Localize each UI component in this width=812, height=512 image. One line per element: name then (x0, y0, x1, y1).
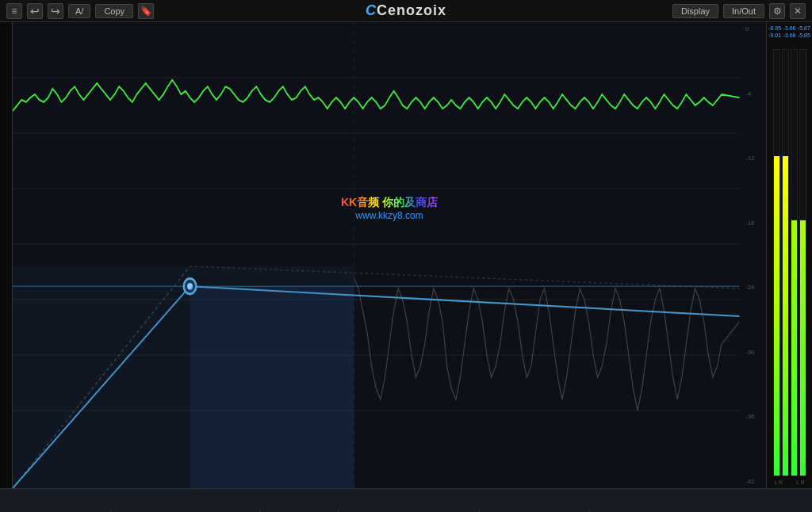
canvas-area[interactable]: 0 -4 -12 -18 -24 -30 -36 -42 KK音频 你的及商店 … (13, 22, 766, 488)
db-scale: 0 -4 -12 -18 -24 -30 -36 -42 (744, 22, 766, 488)
meter-val-2: -3.66 (783, 25, 796, 31)
meter-val-3: -5.87 (798, 25, 810, 31)
close-icon[interactable]: ✕ (790, 3, 806, 19)
bookmark-icon[interactable]: 🔖 (138, 3, 154, 19)
meter-bar-1-fill (774, 156, 779, 476)
meter-bar-2 (782, 49, 789, 476)
meter-bar-3 (791, 49, 798, 476)
app-title: CCenozoix (366, 2, 446, 19)
left-panel (0, 22, 13, 488)
ab-button[interactable]: A/ (68, 4, 90, 18)
meter-bar-4-fill (800, 220, 806, 476)
meter-bar-4 (799, 49, 806, 476)
menu-icon[interactable]: ≡ (6, 3, 22, 19)
copy-button[interactable]: Copy (95, 4, 133, 18)
settings-icon[interactable]: ⚙ (769, 3, 785, 19)
redo-button[interactable]: ↪ (48, 3, 63, 19)
right-meter: -8.95 -3.66 -5.87 -9.01 -3.68 -5.85 L (766, 22, 812, 488)
waveform-svg (13, 22, 766, 488)
bottom-controls: < Mastering > ----- FF 0.0% Peak/RMS FF/… (0, 488, 812, 512)
in-out-button[interactable]: In/Out (723, 4, 764, 18)
top-bar: ≡ ↩ ↪ A/ Copy 🔖 CCenozoix Display In/Out… (0, 0, 812, 22)
main-area: 0 -4 -12 -18 -24 -30 -36 -42 KK音频 你的及商店 … (0, 22, 812, 488)
meter-bar-1 (773, 49, 780, 476)
meter-label-lr1: L R (774, 480, 783, 485)
meter-label-lr2: L R (796, 480, 805, 485)
display-button[interactable]: Display (672, 4, 718, 18)
meter-val-5: -3.68 (783, 32, 796, 38)
meter-val-4: -9.01 (768, 32, 781, 38)
meter-val-6: -5.85 (798, 32, 810, 38)
meter-val-1: -8.95 (768, 25, 781, 31)
meter-bar-3-fill (791, 220, 797, 476)
meter-bar-2-fill (783, 156, 788, 476)
undo-button[interactable]: ↩ (27, 3, 43, 19)
top-bar-right: Display In/Out ⚙ ✕ (672, 3, 806, 19)
top-bar-left: ≡ ↩ ↪ A/ Copy 🔖 (6, 3, 154, 19)
